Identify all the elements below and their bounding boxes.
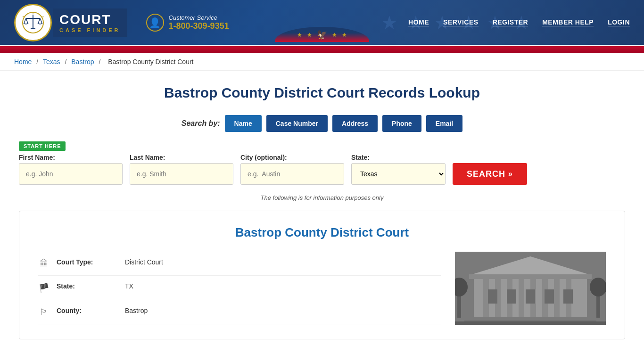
breadcrumb-home[interactable]: Home [14, 58, 32, 66]
svg-line-4 [24, 18, 26, 23]
court-info-section: Bastrop County District Court 🏛 Court Ty… [19, 211, 625, 339]
city-input[interactable] [240, 163, 344, 185]
state-value: TX [125, 282, 133, 290]
breadcrumb: Home / Texas / Bastrop / Bastrop County … [0, 53, 644, 71]
court-type-label: Court Type: [57, 258, 118, 266]
search-form-row: First Name: Last Name: City (optional): … [19, 154, 625, 185]
nav-services[interactable]: SERVICES [443, 18, 479, 26]
breadcrumb-state[interactable]: Texas [43, 58, 60, 66]
phone-icon: 👤 [146, 14, 164, 32]
first-name-label: First Name: [19, 154, 123, 161]
tab-address[interactable]: Address [332, 115, 378, 132]
tab-phone[interactable]: Phone [382, 115, 421, 132]
search-section: Search by: Name Case Number Address Phon… [19, 115, 625, 132]
breadcrumb-city[interactable]: Bastrop [71, 58, 94, 66]
court-details-layout: 🏛 Court Type: District Court 🏴 State: TX… [38, 252, 606, 325]
svg-line-5 [40, 18, 42, 23]
logo-court-text: COURT [59, 12, 121, 27]
state-label-detail: State: [57, 282, 118, 290]
star-icon: ★ [381, 12, 398, 33]
search-chevrons-icon: » [508, 170, 513, 178]
county-row: 🏳 County: Bastrop [38, 300, 441, 324]
tab-email[interactable]: Email [426, 115, 462, 132]
svg-rect-35 [455, 252, 606, 325]
court-type-row: 🏛 Court Type: District Court [38, 252, 441, 276]
court-type-value: District Court [125, 258, 163, 266]
cs-text-block: Customer Service 1-800-309-9351 [169, 14, 229, 31]
court-type-icon: 🏛 [38, 259, 50, 269]
main-nav: HOME SERVICES REGISTER MEMBER HELP LOGIN [408, 18, 630, 26]
nav-login[interactable]: LOGIN [608, 18, 630, 26]
first-name-field: First Name: [19, 154, 123, 185]
page-title: Bastrop County District Court Records Lo… [19, 85, 625, 101]
first-name-input[interactable] [19, 163, 123, 185]
logo-circle: ★ ★ ★ [14, 4, 52, 41]
state-icon: 🏴 [38, 283, 50, 293]
search-button-text: SEARCH [467, 169, 505, 179]
logo-case-finder-text: CASE FINDER [59, 27, 121, 33]
breadcrumb-sep3: / [99, 58, 102, 66]
state-select[interactable]: AlabamaAlaskaArizonaArkansas CaliforniaC… [351, 163, 446, 185]
court-section-title: Bastrop County District Court [38, 225, 606, 240]
ribbon-star-left: ★ [297, 32, 302, 38]
search-by-label: Search by: [182, 119, 220, 128]
county-value: Bastrop [125, 307, 148, 314]
ribbon: ★ ★ 🦅 ★ ★ [0, 45, 644, 53]
county-icon: 🏳 [38, 307, 50, 317]
tab-name[interactable]: Name [225, 115, 262, 132]
tab-case-number[interactable]: Case Number [266, 115, 328, 132]
logo-svg: ★ ★ ★ [21, 11, 45, 34]
svg-text:★: ★ [42, 15, 44, 18]
cs-phone: 1-800-309-9351 [169, 21, 229, 31]
city-label: City (optional): [240, 154, 344, 161]
ribbon-star-right: ★ [332, 32, 337, 38]
state-label: State: [351, 154, 446, 161]
search-form-area: START HERE First Name: Last Name: City (… [19, 141, 625, 185]
nav-home[interactable]: HOME [408, 18, 429, 26]
nav-register[interactable]: REGISTER [493, 18, 528, 26]
breadcrumb-sep2: / [65, 58, 69, 66]
court-building-image [455, 252, 606, 325]
logo-inner: ★ ★ ★ [21, 11, 45, 34]
last-name-label: Last Name: [130, 154, 233, 161]
court-details-left: 🏛 Court Type: District Court 🏴 State: TX… [38, 252, 441, 325]
info-note: The following is for information purpose… [19, 194, 625, 201]
state-row: 🏴 State: TX [38, 276, 441, 300]
county-label: County: [57, 307, 118, 314]
customer-service: 👤 Customer Service 1-800-309-9351 [146, 14, 229, 32]
cs-label: Customer Service [169, 14, 229, 21]
svg-line-6 [38, 18, 40, 23]
eagle-icon: 🦅 [317, 30, 327, 40]
main-content: Bastrop County District Court Records Lo… [0, 71, 644, 354]
search-button[interactable]: SEARCH » [453, 163, 527, 185]
logo-text: COURT CASE FINDER [53, 8, 127, 37]
court-building-svg [455, 252, 606, 325]
city-field: City (optional): [240, 154, 344, 185]
ribbon-star-right2: ★ [342, 32, 347, 38]
logo: ★ ★ ★ COURT CASE FINDER [14, 4, 127, 41]
breadcrumb-current: Bastrop County District Court [108, 58, 193, 66]
state-field: State: AlabamaAlaskaArizonaArkansas Cali… [351, 154, 446, 185]
start-here-badge: START HERE [19, 141, 66, 151]
last-name-field: Last Name: [130, 154, 233, 185]
svg-line-3 [26, 18, 28, 23]
last-name-input[interactable] [130, 163, 233, 185]
breadcrumb-sep1: / [36, 58, 40, 66]
ribbon-star-left2: ★ [307, 32, 312, 38]
nav-member-help[interactable]: MEMBER HELP [542, 18, 594, 26]
